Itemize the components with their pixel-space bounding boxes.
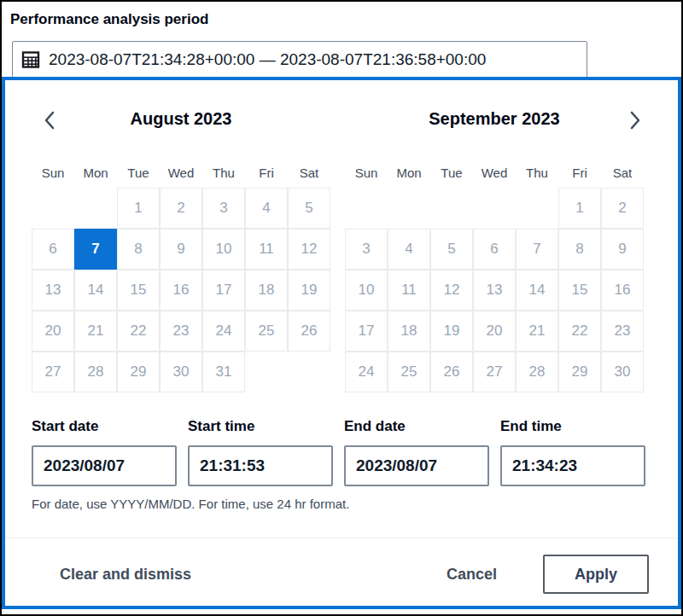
start-time-field: Start time	[188, 418, 333, 486]
calendar-day[interactable]: 30	[160, 352, 202, 392]
weekday-label: Wed	[473, 164, 516, 183]
calendar-day[interactable]: 29	[117, 352, 160, 392]
page-title: Performance analysis period	[10, 11, 208, 28]
end-time-field: End time	[500, 418, 645, 486]
calendar-day[interactable]: 4	[245, 188, 288, 229]
calendar-grids: SunMonTueWedThuFriSat1234567891011121314…	[5, 164, 678, 392]
start-time-input[interactable]	[188, 445, 333, 486]
calendar-icon	[21, 50, 40, 69]
calendar-day[interactable]: 22	[117, 311, 160, 352]
calendar-day[interactable]: 19	[430, 311, 473, 352]
date-picker-panel: August 2023 September 2023 SunMonTueWedT…	[2, 77, 681, 609]
calendar-day[interactable]: 4	[388, 229, 430, 270]
date-time-form: Start date Start time End date End time	[5, 418, 678, 486]
start-date-input[interactable]	[32, 445, 177, 486]
end-date-input[interactable]	[344, 445, 489, 486]
calendar-day[interactable]: 13	[473, 270, 516, 311]
calendar-day[interactable]: 23	[601, 311, 644, 352]
date-range-picker-dialog: Performance analysis period 2023-08-07T2…	[0, 0, 683, 616]
calendar-day[interactable]: 30	[601, 352, 644, 392]
calendar-day[interactable]: 19	[288, 270, 330, 311]
calendar-day[interactable]: 14	[516, 270, 558, 311]
calendar-day-selected[interactable]: 7	[74, 229, 117, 270]
calendar-day-empty	[32, 188, 74, 229]
calendar-day[interactable]: 16	[601, 270, 644, 311]
calendar-day[interactable]: 6	[473, 229, 516, 270]
weekday-header-row: SunMonTueWedThuFriSat	[32, 164, 330, 183]
calendar-day[interactable]: 6	[32, 229, 74, 270]
calendar-day[interactable]: 21	[516, 311, 558, 352]
calendar-day[interactable]: 2	[601, 188, 644, 229]
calendar-day[interactable]: 11	[245, 229, 288, 270]
calendar-day[interactable]: 13	[32, 270, 74, 311]
calendar-day[interactable]: 16	[160, 270, 202, 311]
calendar-day[interactable]: 24	[202, 311, 245, 352]
cancel-button[interactable]: Cancel	[447, 566, 497, 584]
calendar-day[interactable]: 8	[117, 229, 160, 270]
calendar-day[interactable]: 14	[74, 270, 117, 311]
format-hint: For date, use YYYY/MM/DD. For time, use …	[5, 497, 678, 511]
calendar-day[interactable]: 9	[160, 229, 202, 270]
end-time-input[interactable]	[500, 445, 645, 486]
calendar-day[interactable]: 12	[288, 229, 330, 270]
calendar-day[interactable]: 1	[558, 188, 601, 229]
calendar-day[interactable]: 25	[388, 352, 430, 392]
calendar-day[interactable]: 15	[558, 270, 601, 311]
calendar-day[interactable]: 27	[32, 352, 74, 392]
weekday-label: Sat	[601, 164, 644, 183]
weekday-label: Sun	[32, 164, 74, 183]
calendar-day[interactable]: 9	[601, 229, 644, 270]
calendar-day[interactable]: 23	[160, 311, 202, 352]
calendar-day[interactable]: 25	[245, 311, 288, 352]
calendar-day[interactable]: 15	[117, 270, 160, 311]
weekday-label: Thu	[516, 164, 558, 183]
calendar-day[interactable]: 28	[74, 352, 117, 392]
calendar-day[interactable]: 5	[430, 229, 473, 270]
weekday-label: Mon	[74, 164, 117, 183]
calendar-day[interactable]: 29	[558, 352, 601, 392]
calendar-day[interactable]: 7	[516, 229, 558, 270]
footer: Clear and dismiss Cancel Apply	[5, 538, 678, 610]
calendar-day[interactable]: 3	[345, 229, 388, 270]
weekday-label: Tue	[430, 164, 473, 183]
calendar-day[interactable]: 22	[558, 311, 601, 352]
calendar-day[interactable]: 17	[202, 270, 245, 311]
apply-button[interactable]: Apply	[543, 555, 649, 594]
calendar-day[interactable]: 2	[160, 188, 202, 229]
calendar-day-empty	[388, 188, 430, 229]
calendar-day[interactable]: 20	[32, 311, 74, 352]
calendar-day-empty	[430, 188, 473, 229]
calendar-day-empty	[288, 352, 330, 392]
start-time-label: Start time	[188, 418, 333, 435]
calendar-day[interactable]: 26	[430, 352, 473, 392]
calendar-day[interactable]: 18	[388, 311, 430, 352]
calendar-day-empty	[345, 188, 388, 229]
calendar-day[interactable]: 1	[117, 188, 160, 229]
calendar-day[interactable]: 3	[202, 188, 245, 229]
month-title-august: August 2023	[32, 109, 330, 129]
calendar-day[interactable]: 28	[516, 352, 558, 392]
calendar-day[interactable]: 12	[430, 270, 473, 311]
calendar-day[interactable]: 31	[202, 352, 245, 392]
calendar-day[interactable]: 18	[245, 270, 288, 311]
calendar-day[interactable]: 27	[473, 352, 516, 392]
calendar-day[interactable]: 21	[74, 311, 117, 352]
calendar-day[interactable]: 8	[558, 229, 601, 270]
calendar-day[interactable]: 24	[345, 352, 388, 392]
days-grid: 1234567891011121314151617181920212223242…	[345, 188, 644, 392]
calendar-day[interactable]: 26	[288, 311, 330, 352]
clear-and-dismiss-button[interactable]: Clear and dismiss	[60, 566, 191, 584]
calendar-day[interactable]: 17	[345, 311, 388, 352]
calendar-day[interactable]: 5	[288, 188, 330, 229]
weekday-label: Fri	[558, 164, 601, 183]
calendar-day[interactable]: 10	[202, 229, 245, 270]
weekday-label: Mon	[388, 164, 430, 183]
calendar-day[interactable]: 10	[345, 270, 388, 311]
next-month-button[interactable]	[622, 108, 649, 135]
calendar-day[interactable]: 11	[388, 270, 430, 311]
calendar-day[interactable]: 20	[473, 311, 516, 352]
start-date-field: Start date	[32, 418, 177, 486]
weekday-label: Tue	[117, 164, 160, 183]
date-range-input[interactable]: 2023-08-07T21:34:28+00:00 — 2023-08-07T2…	[12, 41, 587, 78]
chevron-right-icon	[629, 110, 641, 133]
